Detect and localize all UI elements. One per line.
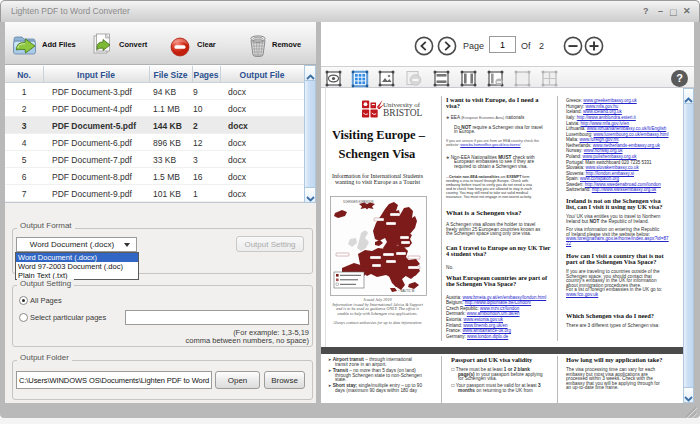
svg-text:SCHENGEN EXPANSION: SCHENGEN EXPANSION (343, 200, 373, 204)
svg-text:~ BALTIC M: ~ BALTIC M (398, 289, 415, 293)
